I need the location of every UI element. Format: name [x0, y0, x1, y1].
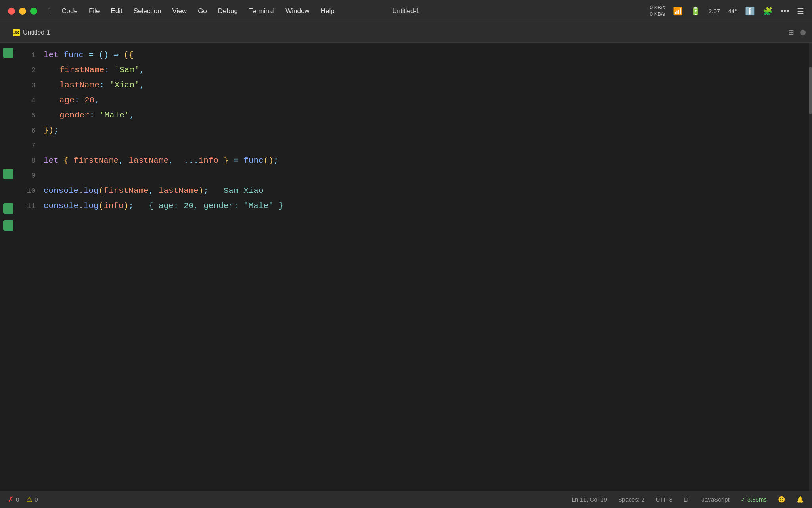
- line-num-1: 1: [20, 48, 44, 63]
- menu-terminal[interactable]: Terminal: [249, 7, 274, 15]
- temperature: 44°: [728, 8, 737, 14]
- info-icon: ℹ️: [745, 6, 755, 16]
- extension-icon: 🧩: [763, 6, 773, 16]
- line-num-4: 4: [20, 93, 44, 108]
- warning-num: 0: [34, 496, 38, 503]
- file-encoding[interactable]: UTF-8: [656, 496, 673, 503]
- line-num-2: 2: [20, 63, 44, 78]
- run-line-2: [3, 65, 13, 75]
- code-token: let: [44, 48, 63, 63]
- close-button[interactable]: [8, 8, 15, 15]
- run-line-3: [3, 82, 13, 92]
- run-line-4: [3, 100, 13, 110]
- titlebar:  Code File Edit Selection View Go Debug…: [0, 0, 812, 22]
- network-speed: 0 KB/s0 KB/s: [650, 4, 665, 18]
- menu-code[interactable]: Code: [61, 7, 78, 15]
- tabbar-right: ⊞: [789, 27, 806, 38]
- run-gutter: [0, 46, 17, 491]
- menu-file[interactable]: File: [89, 7, 100, 15]
- run-line-11[interactable]: [3, 220, 13, 231]
- code-line-7: 7: [17, 138, 812, 153]
- notification-icon: 🔔: [797, 496, 804, 503]
- code-line-9: 9: [17, 168, 812, 183]
- run-line-8[interactable]: [3, 169, 13, 179]
- code-line-3: 3 lastName: 'Xiao',: [17, 78, 812, 93]
- statusbar: ✗ 0 ⚠ 0 Ln 11, Col 19 Spaces: 2 UTF-8 LF…: [0, 491, 812, 508]
- line-num-8: 8: [20, 153, 44, 168]
- tab-untitled1[interactable]: JS Untitled-1: [6, 27, 56, 38]
- minimize-button[interactable]: [19, 8, 26, 15]
- split-editor-icon[interactable]: ⊞: [789, 27, 794, 38]
- menu-view[interactable]: View: [172, 7, 187, 15]
- run-line-6: [3, 134, 13, 144]
- warning-icon: ⚠: [26, 495, 32, 504]
- scrollbar[interactable]: [809, 43, 812, 491]
- battery-level: 2.07: [709, 8, 720, 14]
- line-ending[interactable]: LF: [684, 496, 691, 503]
- perf-indicator: ✓ 3.86ms: [741, 496, 767, 503]
- error-num: 0: [16, 496, 19, 503]
- code-line-11: 11 console.log(info); { age: 20, gender:…: [17, 198, 812, 214]
- line-num-5: 5: [20, 108, 44, 123]
- more-icon: •••: [781, 6, 789, 15]
- menu-debug[interactable]: Debug: [218, 7, 238, 15]
- code-line-10: 10 console.log(firstName, lastName); Sam…: [17, 183, 812, 198]
- cursor-position[interactable]: Ln 11, Col 19: [572, 496, 607, 503]
- tabbar: JS Untitled-1 ⊞: [0, 22, 812, 43]
- maximize-button[interactable]: [30, 8, 37, 15]
- line-num-11: 11: [20, 198, 44, 214]
- apple-menu[interactable]: : [48, 6, 50, 15]
- scrollbar-thumb[interactable]: [809, 67, 812, 114]
- titlebar-right: 0 KB/s0 KB/s 📶 🔋 2.07 44° ℹ️ 🧩 ••• ☰: [406, 4, 804, 18]
- code-editor[interactable]: 1 let func = () ⇒ ({ 2 firstName: 'Sam',…: [17, 46, 812, 491]
- language-mode[interactable]: JavaScript: [702, 496, 730, 503]
- js-language-icon: JS: [13, 29, 20, 36]
- line-num-7: 7: [20, 138, 44, 153]
- error-icon: ✗: [8, 495, 13, 504]
- status-right: Ln 11, Col 19 Spaces: 2 UTF-8 LF JavaScr…: [572, 496, 804, 503]
- code-line-5: 5 gender: 'Male',: [17, 108, 812, 123]
- menu-bar:  Code File Edit Selection View Go Debug…: [48, 6, 335, 15]
- line-num-3: 3: [20, 78, 44, 93]
- menu-go[interactable]: Go: [198, 7, 207, 15]
- battery-icon: 🔋: [691, 6, 701, 16]
- code-line-1: 1 let func = () ⇒ ({: [17, 48, 812, 63]
- menu-window[interactable]: Window: [285, 7, 309, 15]
- line-num-10: 10: [20, 183, 44, 198]
- wifi-icon: 📶: [673, 6, 683, 16]
- code-line-4: 4 age: 20,: [17, 93, 812, 108]
- run-line-1[interactable]: [3, 48, 13, 58]
- dirty-indicator: [800, 30, 806, 35]
- list-icon: ☰: [797, 6, 804, 16]
- code-line-6: 6 });: [17, 123, 812, 138]
- titlebar-left:  Code File Edit Selection View Go Debug…: [8, 6, 406, 15]
- error-count[interactable]: ✗ 0: [8, 495, 19, 504]
- traffic-lights: [8, 8, 37, 15]
- editor[interactable]: 1 let func = () ⇒ ({ 2 firstName: 'Sam',…: [0, 43, 812, 491]
- line-num-6: 6: [20, 123, 44, 138]
- line-num-9: 9: [20, 168, 44, 183]
- menu-help[interactable]: Help: [321, 7, 335, 15]
- warning-count[interactable]: ⚠ 0: [26, 495, 38, 504]
- indentation[interactable]: Spaces: 2: [618, 496, 645, 503]
- run-line-7: [3, 151, 13, 162]
- tab-label: Untitled-1: [23, 29, 50, 36]
- code-line-8: 8 let { firstName, lastName, ...info } =…: [17, 153, 812, 168]
- run-line-10[interactable]: [3, 203, 13, 214]
- code-line-2: 2 firstName: 'Sam',: [17, 63, 812, 78]
- emoji-icon: 🙂: [778, 496, 785, 503]
- menu-selection[interactable]: Selection: [134, 7, 161, 15]
- run-line-9: [3, 186, 13, 196]
- run-line-5: [3, 117, 13, 127]
- menu-edit[interactable]: Edit: [111, 7, 122, 15]
- status-left: ✗ 0 ⚠ 0: [8, 495, 38, 504]
- window-title: Untitled-1: [393, 8, 419, 15]
